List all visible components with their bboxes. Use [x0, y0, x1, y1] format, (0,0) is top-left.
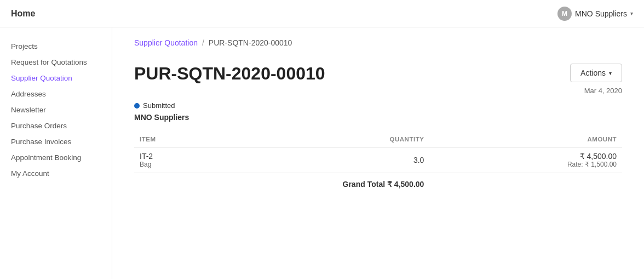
sidebar-item-newsletter[interactable]: Newsletter — [0, 102, 112, 118]
item-sub: Bag — [140, 161, 239, 168]
document-title: PUR-SQTN-2020-00010 — [134, 64, 325, 84]
breadcrumb-current: PUR-SQTN-2020-00010 — [209, 38, 292, 47]
quantity-cell: 3.0 — [245, 147, 430, 173]
sidebar-item-rfq[interactable]: Request for Quotations — [0, 54, 112, 70]
col-header-quantity: QUANTITY — [245, 132, 430, 147]
sidebar-item-supplier-quotation[interactable]: Supplier Quotation — [0, 70, 112, 86]
sidebar: Projects Request for Quotations Supplier… — [0, 27, 112, 279]
user-menu[interactable]: M MNO Suppliers ▾ — [557, 7, 633, 21]
sidebar-item-appointment-booking[interactable]: Appointment Booking — [0, 150, 112, 166]
amount-cell: ₹ 4,500.00 Rate: ₹ 1,500.00 — [429, 147, 622, 173]
invoice-table: ITEM QUANTITY AMOUNT IT-2 Bag 3.0 ₹ 4,50… — [134, 132, 622, 193]
user-menu-chevron: ▾ — [630, 10, 633, 16]
amount-main: ₹ 4,500.00 — [435, 152, 617, 161]
actions-chevron: ▾ — [609, 70, 612, 76]
table-header-row: ITEM QUANTITY AMOUNT — [134, 132, 622, 147]
main-layout: Projects Request for Quotations Supplier… — [0, 27, 644, 279]
breadcrumb: Supplier Quotation / PUR-SQTN-2020-00010 — [134, 38, 622, 47]
user-avatar: M — [557, 7, 572, 21]
sidebar-item-purchase-invoices[interactable]: Purchase Invoices — [0, 134, 112, 150]
table-row: IT-2 Bag 3.0 ₹ 4,500.00 Rate: ₹ 1,500.00 — [134, 147, 622, 173]
item-cell: IT-2 Bag — [134, 147, 245, 173]
sidebar-item-projects[interactable]: Projects — [0, 38, 112, 54]
item-name: IT-2 — [140, 152, 239, 161]
doc-header-right: Actions ▾ Mar 4, 2020 — [570, 64, 622, 95]
breadcrumb-separator: / — [202, 38, 204, 47]
supplier-name: MNO Suppliers — [134, 113, 622, 122]
document-date: Mar 4, 2020 — [584, 87, 622, 95]
user-name-label: MNO Suppliers — [575, 9, 627, 18]
grand-total-label: Grand Total ₹ 4,500.00 — [134, 173, 429, 193]
document-header: PUR-SQTN-2020-00010 Actions ▾ Mar 4, 202… — [134, 64, 622, 95]
doc-title-block: PUR-SQTN-2020-00010 — [134, 64, 325, 84]
app-title: Home — [11, 9, 35, 19]
amount-rate: Rate: ₹ 1,500.00 — [435, 161, 617, 168]
actions-button[interactable]: Actions ▾ — [570, 64, 622, 82]
content-area: Supplier Quotation / PUR-SQTN-2020-00010… — [112, 27, 644, 279]
topbar: Home M MNO Suppliers ▾ — [0, 0, 644, 27]
sidebar-item-my-account[interactable]: My Account — [0, 166, 112, 181]
breadcrumb-link[interactable]: Supplier Quotation — [134, 38, 198, 47]
status-dot — [134, 103, 140, 109]
status-text: Submitted — [143, 101, 175, 110]
grand-total-row: Grand Total ₹ 4,500.00 — [134, 173, 622, 193]
col-header-item: ITEM — [134, 132, 245, 147]
col-header-amount: AMOUNT — [429, 132, 622, 147]
sidebar-item-addresses[interactable]: Addresses — [0, 86, 112, 102]
status-row: Submitted — [134, 101, 622, 110]
sidebar-item-purchase-orders[interactable]: Purchase Orders — [0, 118, 112, 134]
